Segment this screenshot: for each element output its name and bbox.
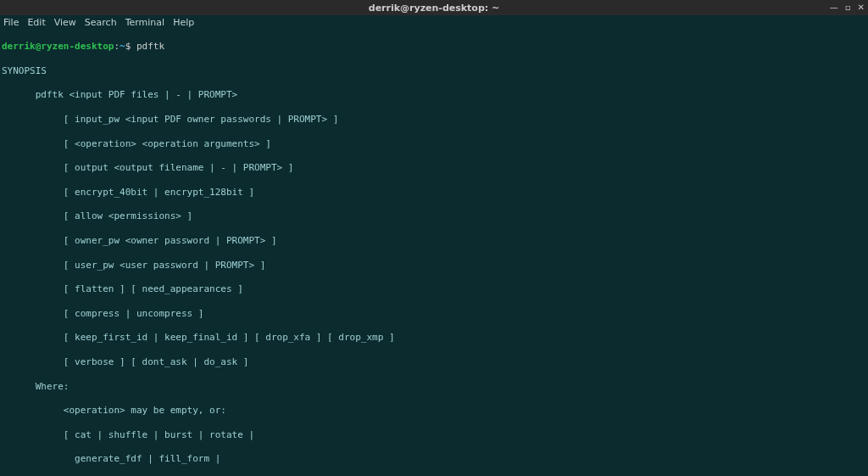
- output-line: [ cat | shuffle | burst | rotate |: [2, 429, 866, 441]
- command-text: pdftk: [136, 41, 164, 52]
- menu-terminal[interactable]: Terminal: [125, 17, 165, 28]
- output-line: [ owner_pw <owner password | PROMPT> ]: [2, 235, 866, 247]
- prompt-dollar: $: [125, 41, 131, 52]
- output-line: <operation> may be empty, or:: [2, 405, 866, 417]
- menubar: File Edit View Search Terminal Help: [0, 15, 868, 29]
- window-controls: — ▫ ✕: [830, 0, 865, 15]
- maximize-button[interactable]: ▫: [845, 3, 851, 12]
- minimize-button[interactable]: —: [830, 3, 838, 12]
- output-line: [ input_pw <input PDF owner passwords | …: [2, 114, 866, 126]
- output-line: [ encrypt_40bit | encrypt_128bit ]: [2, 187, 866, 199]
- output-line: [ compress | uncompress ]: [2, 308, 866, 320]
- output-line: [ user_pw <user password | PROMPT> ]: [2, 260, 866, 272]
- prompt-line-1: derrik@ryzen-desktop:~$ pdftk: [2, 41, 866, 53]
- titlebar: derrik@ryzen-desktop: ~ — ▫ ✕: [0, 0, 868, 15]
- output-line: generate_fdf | fill_form |: [2, 453, 866, 465]
- menu-edit[interactable]: Edit: [27, 17, 45, 28]
- output-line: [ verbose ] [ dont_ask | do_ask ]: [2, 356, 866, 368]
- output-line: [ output <output filename | - | PROMPT> …: [2, 162, 866, 174]
- output-line: [ allow <permissions> ]: [2, 210, 866, 222]
- terminal-area[interactable]: derrik@ryzen-desktop:~$ pdftk SYNOPSIS p…: [0, 29, 868, 476]
- menu-search[interactable]: Search: [85, 17, 117, 28]
- output-line: pdftk <input PDF files | - | PROMPT>: [2, 89, 866, 101]
- prompt-user: derrik@ryzen-desktop: [2, 41, 114, 52]
- output-line: [ flatten ] [ need_appearances ]: [2, 283, 866, 295]
- output-line: SYNOPSIS: [2, 65, 866, 77]
- menu-help[interactable]: Help: [173, 17, 194, 28]
- output-line: Where:: [2, 381, 866, 393]
- close-button[interactable]: ✕: [858, 3, 865, 12]
- output-line: [ <operation> <operation arguments> ]: [2, 138, 866, 150]
- prompt-path: ~: [120, 41, 125, 52]
- menu-file[interactable]: File: [3, 17, 19, 28]
- window-title: derrik@ryzen-desktop: ~: [369, 3, 499, 14]
- menu-view[interactable]: View: [54, 17, 76, 28]
- output-line: [ keep_first_id | keep_final_id ] [ drop…: [2, 332, 866, 344]
